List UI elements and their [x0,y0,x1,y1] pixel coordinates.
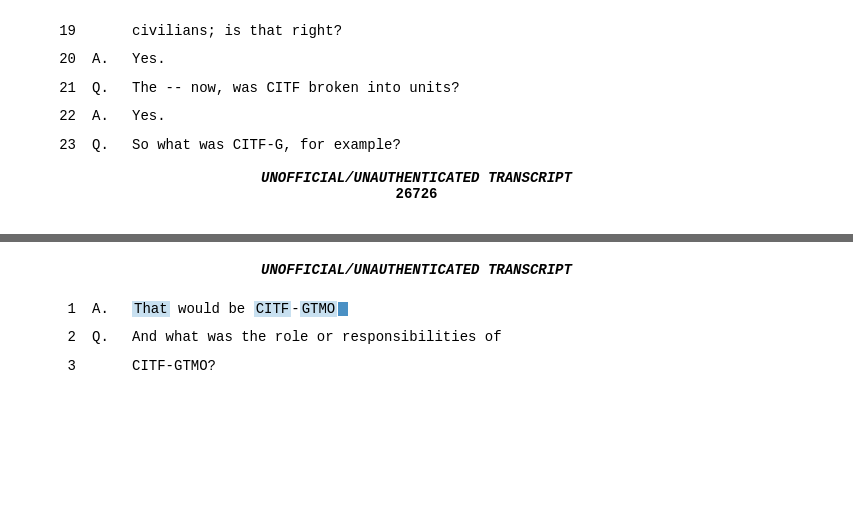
table-row: 1 A. That would be CITF-GTMO [40,298,793,320]
table-row: 21 Q. The -- now, was CITF broken into u… [40,77,793,99]
line-text: That would be CITF-GTMO [132,298,793,320]
unofficial-label: UNOFFICIAL/UNAUTHENTICATED TRANSCRIPT [40,262,793,278]
line-number: 1 [40,298,76,320]
top-page: 19 civilians; is that right? 20 A. Yes. … [0,0,853,234]
header-block: UNOFFICIAL/UNAUTHENTICATED TRANSCRIPT [40,262,793,278]
table-row: 20 A. Yes. [40,48,793,70]
table-row: 3 CITF-GTMO? [40,355,793,377]
line-text: The -- now, was CITF broken into units? [132,77,793,99]
line-number: 22 [40,105,76,127]
line-text: And what was the role or responsibilitie… [132,326,793,348]
bottom-page: UNOFFICIAL/UNAUTHENTICATED TRANSCRIPT 1 … [0,242,853,519]
speaker: Q. [92,326,120,348]
table-row: 23 Q. So what was CITF-G, for example? [40,134,793,156]
table-row: 19 civilians; is that right? [40,20,793,42]
speaker: A. [92,105,120,127]
table-row: 22 A. Yes. [40,105,793,127]
speaker: Q. [92,77,120,99]
line-text: CITF-GTMO? [132,355,793,377]
unofficial-label: UNOFFICIAL/UNAUTHENTICATED TRANSCRIPT [40,170,793,186]
line-number: 2 [40,326,76,348]
highlight-citf: CITF [254,301,292,317]
highlight-gtmo: GTMO [300,301,338,317]
speaker: A. [92,48,120,70]
line-number: 21 [40,77,76,99]
highlight-that: That [132,301,170,317]
speaker: Q. [92,134,120,156]
line-number: 3 [40,355,76,377]
line-text: Yes. [132,48,793,70]
line-number: 20 [40,48,76,70]
speaker: A. [92,298,120,320]
line-text: civilians; is that right? [132,20,793,42]
footer-block: UNOFFICIAL/UNAUTHENTICATED TRANSCRIPT 26… [40,170,793,202]
table-row: 2 Q. And what was the role or responsibi… [40,326,793,348]
page-number: 26726 [40,186,793,202]
line-number: 19 [40,20,76,42]
line-text: So what was CITF-G, for example? [132,134,793,156]
line-number: 23 [40,134,76,156]
line-text: Yes. [132,105,793,127]
